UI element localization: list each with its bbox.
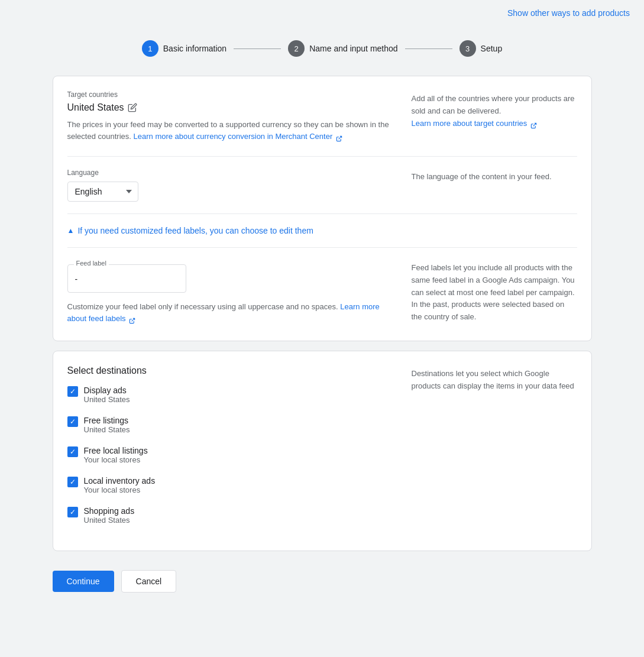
destinations-card: Select destinations ✓ Display ads United… [53,351,592,551]
local-inventory-ads-checkbox[interactable]: ✓ [67,477,78,487]
step-connector-2 [405,48,452,49]
feed-label-toggle[interactable]: ▲ If you need customized feed labels, yo… [67,226,313,235]
svg-line-1 [533,123,536,126]
feed-label-helper: Feed labels let you include all products… [412,260,577,326]
free-listings-name: Free listings [84,416,130,425]
feed-label-left: Feed label Customize your feed label onl… [67,260,397,326]
footer-actions: Continue Cancel [53,561,592,611]
divider-3 [67,247,577,248]
target-countries-left: Target countries United States The price… [67,90,397,144]
check-icon: ✓ [70,417,76,426]
language-label: Language [67,169,397,177]
shopping-ads-name: Shopping ads [84,506,135,516]
destination-item-shopping-ads: ✓ Shopping ads United States [67,506,397,525]
check-icon: ✓ [70,508,76,516]
shopping-ads-checkbox[interactable]: ✓ [67,507,78,517]
step-3: 3 Setup [459,40,503,57]
step-3-label: Setup [481,44,503,53]
local-inventory-ads-sub: Your local stores [84,486,156,494]
continue-button[interactable]: Continue [53,571,114,592]
step-1-label: Basic information [163,44,226,53]
show-other-ways-link[interactable]: Show other ways to add products [507,8,630,18]
target-countries-section: Target countries United States The price… [67,90,577,144]
display-ads-sub: United States [84,395,130,404]
destinations-helper-text: Destinations let you select which Google… [412,368,577,393]
check-icon: ✓ [70,448,76,456]
step-3-circle: 3 [459,40,476,57]
target-countries-label: Target countries [67,90,397,99]
feed-label-content: Feed label Customize your feed label onl… [67,260,577,326]
display-ads-name: Display ads [84,386,130,395]
destinations-title: Select destinations [67,365,397,376]
step-2: 2 Name and input method [288,40,397,57]
feed-label-customize-text: Customize your feed label only if necess… [67,301,397,324]
external-icon-feed [129,316,135,322]
chevron-up-icon: ▲ [67,226,75,235]
language-helper-text: The language of the content in your feed… [412,171,577,183]
check-icon: ✓ [70,478,76,486]
local-inventory-ads-name: Local inventory ads [84,476,156,486]
main-content: Target countries United States The price… [38,76,606,630]
language-select[interactable]: English Spanish French German Italian [67,182,138,202]
feed-label-toggle-text: If you need customized feed labels, you … [77,226,313,235]
destinations-grid: Select destinations ✓ Display ads United… [67,365,577,536]
free-local-listings-text: Free local listings Your local stores [84,446,148,464]
country-value-row: United States [67,102,397,113]
check-icon: ✓ [70,387,76,396]
divider-2 [67,213,577,214]
free-listings-text: Free listings United States [84,416,130,434]
svg-line-2 [132,318,135,321]
free-listings-sub: United States [84,425,130,434]
feed-label-section: Feed label Customize your feed label onl… [67,247,577,326]
feed-label-helper-text: Feed labels let you include all products… [412,262,577,323]
shopping-ads-text: Shopping ads United States [84,506,135,525]
learn-more-target-countries-link[interactable]: Learn more about target countries [412,119,528,128]
step-2-label: Name and input method [309,44,397,53]
step-1: 1 Basic information [142,40,226,57]
language-section: Language English Spanish French German I… [67,169,577,202]
feed-label-input[interactable] [75,272,179,286]
currency-conversion-link[interactable]: Learn more about currency conversion in … [134,132,333,141]
language-select-wrapper: English Spanish French German Italian [67,182,397,202]
free-local-listings-sub: Your local stores [84,455,148,464]
edit-country-icon[interactable] [128,103,137,112]
external-icon-currency [336,134,342,140]
shopping-ads-sub: United States [84,516,135,525]
top-bar: Show other ways to add products [0,0,644,26]
external-icon-target [530,121,537,127]
divider-1 [67,156,577,157]
destination-item-free-listings: ✓ Free listings United States [67,416,397,434]
language-left: Language English Spanish French German I… [67,169,397,202]
cancel-button[interactable]: Cancel [121,570,177,593]
stepper: 1 Basic information 2 Name and input met… [0,26,644,76]
feed-label-fieldset: Feed label [67,264,186,293]
destination-item-free-local-listings: ✓ Free local listings Your local stores [67,446,397,464]
target-countries-helper-text: Add all of the countries where your prod… [412,93,577,130]
destination-item-local-inventory-ads: ✓ Local inventory ads Your local stores [67,476,397,494]
free-local-listings-checkbox[interactable]: ✓ [67,446,78,457]
country-value-text: United States [67,102,124,113]
language-helper: The language of the content in your feed… [412,169,577,202]
local-inventory-ads-text: Local inventory ads Your local stores [84,476,156,494]
display-ads-text: Display ads United States [84,386,130,404]
free-listings-checkbox[interactable]: ✓ [67,416,78,427]
currency-conversion-text: The prices in your feed may be converted… [67,119,397,142]
target-countries-helper: Add all of the countries where your prod… [412,90,577,144]
basic-info-card: Target countries United States The price… [53,76,592,341]
destination-item-display-ads: ✓ Display ads United States [67,386,397,404]
step-1-circle: 1 [142,40,158,57]
display-ads-checkbox[interactable]: ✓ [67,386,78,397]
destinations-left: Select destinations ✓ Display ads United… [67,365,397,536]
destinations-helper-col: Destinations let you select which Google… [412,365,577,536]
svg-line-0 [338,136,341,139]
feed-label-value [75,272,179,286]
feed-label-legend: Feed label [74,260,109,267]
free-local-listings-name: Free local listings [84,446,148,455]
step-connector-1 [234,48,281,49]
step-2-circle: 2 [288,40,305,57]
